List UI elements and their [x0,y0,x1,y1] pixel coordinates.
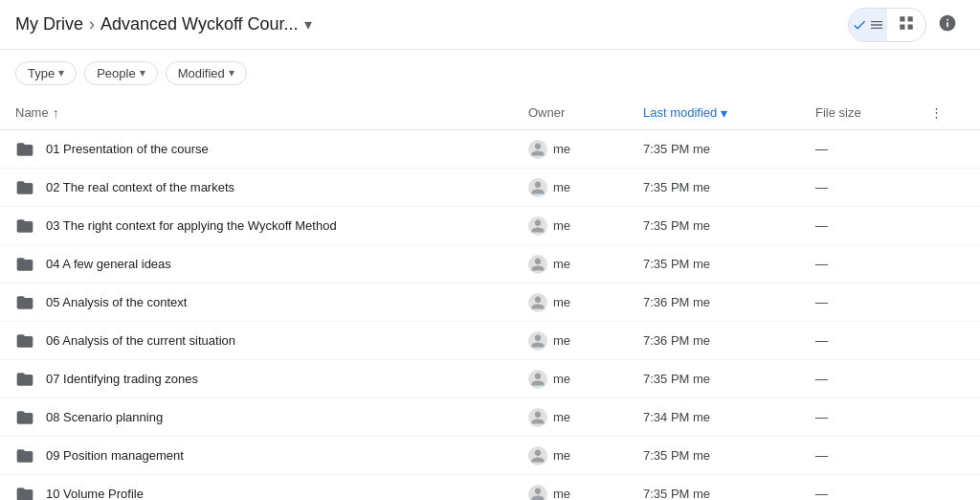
more-options-header-icon[interactable]: ⋮ [930,105,943,120]
owner-name: me [553,410,570,424]
owner-name: me [553,333,570,348]
row-size-cell: — [815,487,930,500]
file-table: Name ↑ Owner Last modified ▾ File size ⋮… [0,96,980,500]
owner-name: me [553,218,570,233]
table-row[interactable]: 06 Analysis of the current situation me … [0,322,980,360]
table-row[interactable]: 07 Identifying trading zones me 7:35 PM … [0,360,980,398]
row-more-options-button[interactable]: ⋮ [934,174,961,201]
people-filter-label: People [97,66,135,80]
row-name-cell: 09 Position management [15,446,528,466]
row-more-options-button[interactable]: ⋮ [934,136,961,163]
table-row[interactable]: 04 A few general ideas me 7:35 PM me — ⋮ [0,245,980,284]
row-modified-cell: 7:35 PM me [643,448,815,463]
modified-filter-arrow: ▾ [229,66,234,80]
row-more-options-button[interactable]: ⋮ [934,366,961,393]
table-row[interactable]: 05 Analysis of the context me 7:36 PM me… [0,284,980,322]
row-name-cell: 05 Analysis of the context [15,293,528,312]
modified-filter-chip[interactable]: Modified ▾ [166,61,247,85]
modified-header-label: Last modified [643,105,717,120]
folder-icon [15,331,34,351]
people-filter-arrow: ▾ [140,66,145,80]
row-name-cell: 06 Analysis of the current situation [15,331,528,351]
folder-icon [15,178,34,197]
avatar [528,331,547,351]
row-owner-cell: me [528,331,643,351]
table-header: Name ↑ Owner Last modified ▾ File size ⋮ [0,96,980,130]
row-modified-cell: 7:35 PM me [643,487,815,500]
avatar [528,140,547,159]
filter-bar: Type ▾ People ▾ Modified ▾ [0,50,980,96]
row-more-options-button[interactable]: ⋮ [934,251,961,278]
row-more-options-button[interactable]: ⋮ [934,328,961,354]
grid-icon [898,14,915,34]
row-name-cell: 03 The right context for applying the Wy… [15,216,528,236]
avatar [528,408,547,427]
row-owner-cell: me [528,255,643,274]
my-drive-link[interactable]: My Drive [15,14,83,34]
row-name-cell: 07 Identifying trading zones [15,370,528,389]
file-name: 01 Presentation of the course [46,142,209,156]
row-name-cell: 02 The real context of the markets [15,178,528,197]
row-more-options-button[interactable]: ⋮ [934,404,961,431]
row-modified-cell: 7:35 PM me [643,372,815,386]
info-icon [938,13,957,35]
row-modified-cell: 7:35 PM me [643,142,815,156]
type-filter-chip[interactable]: Type ▾ [15,61,77,85]
row-owner-cell: me [528,216,643,236]
col-size-header: File size [815,105,930,120]
name-header-label: Name [15,105,49,120]
row-size-cell: — [815,372,930,386]
row-size-cell: — [815,448,930,463]
col-modified-header[interactable]: Last modified ▾ [643,105,815,121]
row-modified-cell: 7:34 PM me [643,410,815,424]
row-owner-cell: me [528,370,643,389]
row-owner-cell: me [528,178,643,197]
view-toggle [848,8,926,42]
owner-name: me [553,257,570,271]
owner-name: me [553,180,570,194]
row-more-options-button[interactable]: ⋮ [934,289,961,316]
row-more-options-button[interactable]: ⋮ [934,213,961,239]
row-name-cell: 10 Volume Profile [15,485,528,501]
row-size-cell: — [815,218,930,233]
row-owner-cell: me [528,408,643,427]
size-header-label: File size [815,105,861,120]
col-owner-header: Owner [528,105,643,120]
row-owner-cell: me [528,293,643,312]
table-row[interactable]: 03 The right context for applying the Wy… [0,207,980,245]
row-modified-cell: 7:36 PM me [643,333,815,348]
row-modified-cell: 7:35 PM me [643,218,815,233]
row-more-options-button[interactable]: ⋮ [934,481,961,501]
info-button[interactable] [930,8,965,42]
name-sort-icon: ↑ [53,105,59,121]
file-name: 09 Position management [46,448,184,463]
col-name-header[interactable]: Name ↑ [15,105,528,121]
folder-icon [15,216,34,236]
row-owner-cell: me [528,140,643,159]
row-size-cell: — [815,333,930,348]
row-more-options-button[interactable]: ⋮ [934,443,961,469]
avatar [528,370,547,389]
list-view-button[interactable] [849,8,887,42]
grid-view-button[interactable] [887,8,925,42]
header: My Drive › Advanced Wyckoff Cour... ▾ [0,0,980,50]
owner-name: me [553,295,570,309]
folder-icon [15,485,34,501]
owner-name: me [553,142,570,156]
row-name-cell: 04 A few general ideas [15,255,528,274]
row-owner-cell: me [528,446,643,466]
table-row[interactable]: 08 Scenario planning me 7:34 PM me — ⋮ [0,398,980,437]
modified-filter-label: Modified [178,66,225,80]
table-row[interactable]: 02 The real context of the markets me 7:… [0,169,980,207]
table-row[interactable]: 10 Volume Profile me 7:35 PM me — ⋮ [0,475,980,500]
avatar [528,293,547,312]
people-filter-chip[interactable]: People ▾ [84,61,157,85]
modified-sort-icon: ▾ [721,105,727,121]
avatar [528,485,547,501]
table-row[interactable]: 01 Presentation of the course me 7:35 PM… [0,130,980,169]
col-menu-header: ⋮ [930,105,965,120]
table-row[interactable]: 09 Position management me 7:35 PM me — ⋮ [0,437,980,475]
row-modified-cell: 7:36 PM me [643,295,815,309]
folder-dropdown-icon[interactable]: ▾ [304,15,312,34]
file-name: 04 A few general ideas [46,257,171,271]
